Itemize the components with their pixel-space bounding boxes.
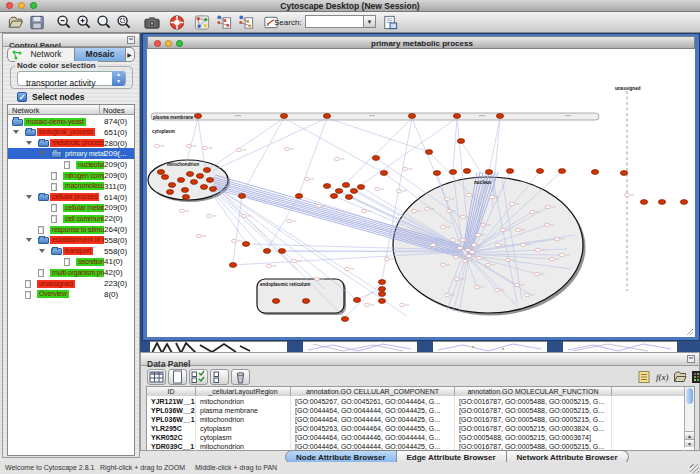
graph-node-selected[interactable]	[209, 187, 216, 192]
graph-node[interactable]	[316, 204, 321, 207]
table-cell[interactable]: cytoplasm	[196, 424, 291, 433]
graph-node-selected[interactable]	[558, 169, 565, 174]
graph-node[interactable]	[444, 197, 449, 200]
help-icon[interactable]	[168, 14, 186, 31]
graph-node[interactable]	[624, 193, 629, 196]
table-scrollbar[interactable]: ▲ ▼	[684, 387, 694, 447]
graph-node-selected[interactable]	[194, 114, 201, 119]
graph-node[interactable]	[549, 257, 554, 260]
graph-node[interactable]	[334, 157, 339, 160]
network-view-window[interactable]: primary metabolic process plasma membran…	[142, 33, 700, 341]
table-cell[interactable]: YPL036W__2	[147, 406, 196, 415]
attribute-matrix-button[interactable]	[147, 369, 166, 385]
graph-node-selected[interactable]	[229, 263, 236, 268]
graph-node[interactable]	[364, 303, 369, 306]
table-cell[interactable]: [GO:0045263, GO:0044464, GO:0044455, G..…	[291, 424, 455, 433]
graph-node-selected[interactable]	[161, 175, 168, 180]
table-cell[interactable]: [GO:0016787, GO:0005488, GO:0005215, G..…	[455, 406, 612, 415]
expand-arrow-icon[interactable]	[13, 130, 19, 134]
graph-node[interactable]	[515, 228, 520, 231]
table-cell[interactable]: plasma membrane	[196, 406, 291, 415]
graph-node[interactable]	[505, 258, 510, 261]
graph-node-selected[interactable]	[295, 194, 302, 199]
graph-node-selected[interactable]	[378, 292, 385, 297]
graph-node[interactable]	[444, 293, 449, 296]
table-cell[interactable]: cytoplasm	[196, 433, 291, 442]
graph-node-selected[interactable]	[620, 171, 627, 176]
graph-node[interactable]	[475, 233, 480, 236]
tree-row[interactable]: establishment of lo558(0)	[8, 235, 134, 246]
graph-node-selected[interactable]	[181, 188, 188, 193]
search-dropdown-button[interactable]: ▼	[363, 15, 376, 28]
notes-icon[interactable]	[637, 370, 651, 384]
graph-node[interactable]	[460, 215, 465, 218]
graph-node-selected[interactable]	[463, 169, 470, 174]
graph-node-selected[interactable]	[302, 299, 309, 304]
table-column-header[interactable]: annotation.GO CELLULAR_COMPONENT	[291, 387, 455, 396]
graph-node-selected[interactable]	[263, 249, 270, 254]
expand-arrow-icon[interactable]	[26, 238, 32, 242]
graph-node[interactable]	[236, 148, 241, 151]
graph-node[interactable]	[494, 288, 499, 291]
graph-node[interactable]	[384, 257, 389, 260]
graph-node[interactable]	[453, 255, 458, 258]
tab-overflow-arrow[interactable]: ▶	[125, 48, 134, 61]
node-color-combobox[interactable]: transporter activity ▲▼	[17, 71, 126, 86]
expand-arrow-icon[interactable]	[39, 151, 45, 155]
graph-node-selected[interactable]	[278, 249, 285, 254]
graph-node[interactable]	[399, 303, 404, 306]
zoom-in-icon[interactable]	[75, 14, 93, 31]
table-cell[interactable]: YPL036W__1	[147, 415, 196, 424]
graph-node[interactable]	[424, 207, 429, 210]
graph-node-selected[interactable]	[182, 195, 189, 200]
zoom-out-icon[interactable]	[55, 14, 73, 31]
graph-node-selected[interactable]	[335, 189, 342, 194]
graph-node-selected[interactable]	[242, 242, 249, 247]
graph-node[interactable]	[500, 228, 505, 231]
graph-node[interactable]	[344, 267, 349, 270]
graph-node-selected[interactable]	[200, 185, 207, 190]
graph-node[interactable]	[535, 248, 540, 251]
graph-node-selected[interactable]	[341, 317, 348, 322]
graph-node-selected[interactable]	[378, 287, 385, 292]
graph-node[interactable]	[402, 167, 407, 170]
graph-node-selected[interactable]	[658, 200, 665, 205]
graph-node-selected[interactable]	[457, 139, 464, 144]
snapshot-icon[interactable]	[143, 14, 161, 31]
expand-arrow-icon[interactable]	[26, 195, 32, 199]
tab-network[interactable]: Network	[8, 48, 74, 61]
layout-icon-2[interactable]	[215, 14, 233, 31]
graph-node-selected[interactable]	[591, 170, 598, 175]
graph-node-selected[interactable]	[536, 169, 543, 174]
delete-attribute-button[interactable]	[231, 369, 250, 385]
tree-row[interactable]: unassigned223(0)	[8, 278, 134, 289]
tree-row[interactable]: cell communicat22(0)	[8, 213, 134, 224]
tree-row[interactable]: mosaic-demo-yeast874(0)	[8, 116, 134, 127]
tree-row[interactable]: transport558(0)	[8, 246, 134, 257]
table-cell[interactable]: [GO:0044464, GO:0044444, GO:0044425, G..…	[291, 415, 455, 424]
table-column-header[interactable]: _cellularLayoutRegion	[196, 387, 291, 396]
background-window-fragment[interactable]	[433, 341, 547, 352]
graph-node[interactable]	[545, 205, 550, 208]
graph-node-selected[interactable]	[238, 194, 245, 199]
graph-node[interactable]	[554, 237, 559, 240]
background-window-fragment[interactable]	[150, 341, 287, 352]
background-window-fragment[interactable]	[563, 341, 677, 352]
graph-node[interactable]	[284, 147, 289, 150]
table-cell[interactable]: [GO:0005488, GO:0005215, GO:0003674]	[455, 433, 612, 442]
graph-node[interactable]	[266, 264, 271, 267]
scrollbar-thumb[interactable]	[686, 388, 693, 404]
table-column-header[interactable]: ID	[147, 387, 196, 396]
graph-node-selected[interactable]	[272, 299, 279, 304]
graph-node[interactable]	[462, 259, 467, 262]
table-cell[interactable]	[612, 406, 685, 415]
table-cell[interactable]: [GO:0044464, GO:0044444, GO:0044425, G..…	[291, 406, 455, 415]
graph-node-selected[interactable]	[408, 114, 415, 119]
graph-node[interactable]	[396, 189, 401, 192]
graph-node[interactable]	[186, 144, 191, 147]
tree-row[interactable]: Overview8(0)	[8, 289, 134, 300]
graph-node-selected[interactable]	[449, 170, 456, 175]
graph-node[interactable]	[460, 238, 465, 241]
tree-row[interactable]: biological_process651(0)	[8, 127, 134, 138]
graph-node-selected[interactable]	[506, 169, 513, 174]
